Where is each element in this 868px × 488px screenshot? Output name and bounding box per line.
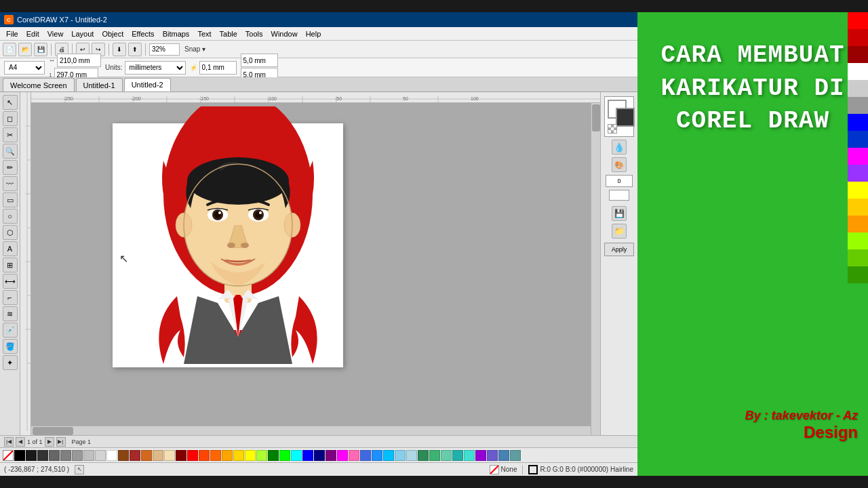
next-page-btn[interactable]: ▶: [45, 437, 54, 447]
swatch-brown2[interactable]: [130, 450, 140, 461]
width-input[interactable]: [57, 54, 101, 67]
right-swatch-10[interactable]: [848, 165, 868, 182]
swatch-wheat[interactable]: [164, 450, 175, 461]
eyedropper-btn[interactable]: 💧: [612, 140, 627, 155]
eyedropper-tool[interactable]: 💉: [3, 323, 18, 338]
swatch-1[interactable]: [26, 450, 37, 461]
color-picker-btn[interactable]: 🎨: [612, 157, 627, 172]
swatch-black[interactable]: [14, 450, 25, 461]
swatch-green[interactable]: [268, 450, 279, 461]
swatch-turquoise[interactable]: [464, 450, 475, 461]
right-swatch-12[interactable]: [848, 199, 868, 216]
units-select[interactable]: millimeters inches pixels: [125, 61, 186, 75]
folder-btn[interactable]: 📁: [612, 224, 627, 239]
menu-view[interactable]: View: [44, 29, 67, 39]
apply-button[interactable]: Apply: [604, 243, 634, 256]
grid-x-input[interactable]: [241, 54, 278, 67]
swatch-7[interactable]: [95, 450, 106, 461]
swatch-white[interactable]: [106, 450, 117, 461]
polygon-tool[interactable]: ⬡: [3, 225, 18, 240]
rect-tool[interactable]: ▭: [3, 192, 18, 207]
swatch-cadetblue[interactable]: [510, 450, 521, 461]
swatch-tan[interactable]: [153, 450, 163, 461]
value-input-1[interactable]: [606, 175, 633, 187]
scrollbar-horizontal[interactable]: [31, 426, 591, 435]
swatch-medseagreen[interactable]: [429, 450, 440, 461]
scrollbar-vertical[interactable]: [591, 103, 600, 435]
swatch-lightblue[interactable]: [406, 450, 417, 461]
right-swatch-4[interactable]: [848, 63, 868, 80]
swatch-yellow[interactable]: [245, 450, 256, 461]
swatch-royalblue[interactable]: [360, 450, 371, 461]
interactive-tool[interactable]: ✦: [3, 355, 18, 370]
snap-label[interactable]: Snap ▾: [184, 45, 205, 53]
save-panel-btn[interactable]: 💾: [612, 206, 627, 221]
swatch-6[interactable]: [83, 450, 94, 461]
import-btn[interactable]: ⬇: [113, 43, 126, 56]
swatch-lime[interactable]: [279, 450, 290, 461]
swatch-purple[interactable]: [326, 450, 336, 461]
swatch-slateblue[interactable]: [487, 450, 498, 461]
swatch-seagreen[interactable]: [418, 450, 429, 461]
right-swatch-15[interactable]: [848, 249, 868, 266]
text-tool[interactable]: A: [3, 241, 18, 256]
menu-window[interactable]: Window: [268, 29, 301, 39]
swatch-hotpink[interactable]: [349, 450, 359, 461]
zoom-input[interactable]: [149, 43, 180, 56]
tab-welcome[interactable]: Welcome Screen: [3, 78, 75, 92]
right-swatch-1[interactable]: [848, 12, 868, 29]
swatch-deepskyblue[interactable]: [383, 450, 394, 461]
swatch-maroon[interactable]: [176, 450, 186, 461]
swatch-2[interactable]: [37, 450, 48, 461]
tab-untitled2[interactable]: Untitled-2: [124, 78, 171, 92]
new-btn[interactable]: 📄: [3, 43, 16, 56]
prev-page-btn[interactable]: ◀: [16, 437, 25, 447]
right-swatch-5[interactable]: [848, 80, 868, 97]
select-tool[interactable]: ↖: [3, 95, 18, 110]
zoom-tool[interactable]: 🔍: [3, 144, 18, 159]
table-tool[interactable]: ⊞: [3, 258, 18, 272]
swatch-blue[interactable]: [302, 450, 313, 461]
menu-text[interactable]: Text: [194, 29, 214, 39]
swatch-orange[interactable]: [222, 450, 233, 461]
swatch-5[interactable]: [72, 450, 83, 461]
swatch-magenta[interactable]: [337, 450, 348, 461]
swatch-steelblue[interactable]: [498, 450, 509, 461]
freehand-tool[interactable]: ✏: [3, 160, 18, 175]
first-page-btn[interactable]: |◀: [4, 437, 14, 447]
swatch-greenyellow[interactable]: [256, 450, 267, 461]
swatch-orange1[interactable]: [210, 450, 221, 461]
crop-tool[interactable]: ✂: [3, 127, 18, 142]
right-swatch-11[interactable]: [848, 182, 868, 199]
swatch-gold[interactable]: [233, 450, 244, 461]
blend-tool[interactable]: ≋: [3, 306, 18, 321]
menu-table[interactable]: Table: [216, 29, 241, 39]
right-swatch-6[interactable]: [848, 97, 868, 114]
swatch-dodgerblue[interactable]: [372, 450, 382, 461]
swatch-brown1[interactable]: [118, 450, 129, 461]
menu-file[interactable]: File: [3, 29, 22, 39]
drawing-canvas[interactable]: ↖: [31, 103, 600, 435]
open-btn[interactable]: 📂: [18, 43, 32, 56]
swatch-orangered[interactable]: [199, 450, 210, 461]
shape-tool[interactable]: ◻: [3, 111, 18, 126]
nudge-input[interactable]: [199, 61, 237, 75]
swatch-brown3[interactable]: [141, 450, 152, 461]
swatch-aquamarine2[interactable]: [441, 450, 452, 461]
no-color-swatch[interactable]: [3, 450, 14, 461]
fill-tool[interactable]: 🪣: [3, 339, 18, 354]
smartdraw-tool[interactable]: 〰: [3, 176, 18, 191]
menu-tools[interactable]: Tools: [242, 29, 267, 39]
right-swatch-3[interactable]: [848, 46, 868, 63]
right-swatch-2[interactable]: [848, 29, 868, 46]
swatch-skyblue[interactable]: [395, 450, 406, 461]
menu-layout[interactable]: Layout: [68, 29, 97, 39]
right-swatch-13[interactable]: [848, 216, 868, 232]
connector-tool[interactable]: ⌐: [3, 290, 18, 305]
right-swatch-14[interactable]: [848, 232, 868, 249]
swatch-red[interactable]: [187, 450, 198, 461]
swatch-4[interactable]: [60, 450, 71, 461]
menu-bitmaps[interactable]: Bitmaps: [159, 29, 193, 39]
right-swatch-16[interactable]: [848, 266, 868, 283]
tab-untitled1[interactable]: Untitled-1: [76, 78, 123, 92]
